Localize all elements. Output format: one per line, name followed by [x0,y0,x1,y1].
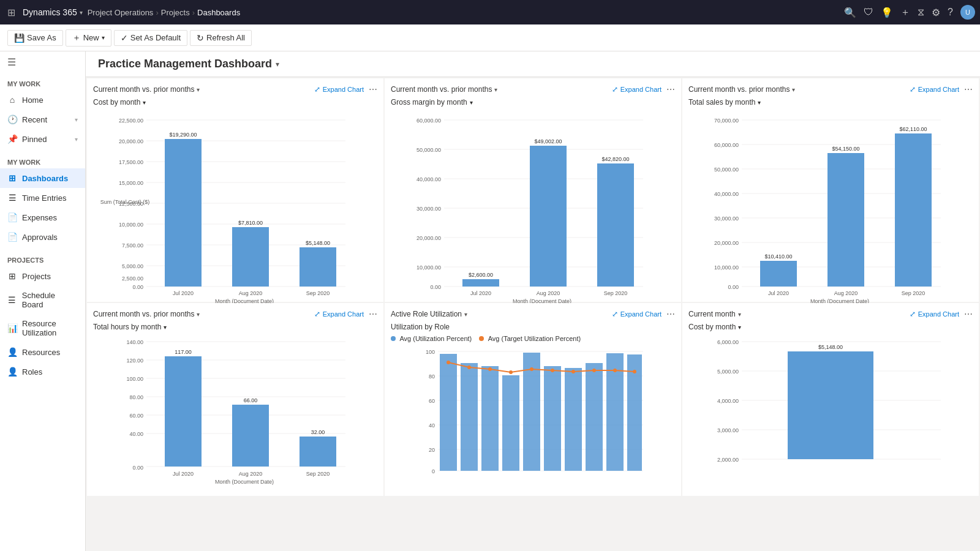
shield-icon[interactable]: 🛡 [864,7,873,18]
settings-icon[interactable]: ⚙ [932,7,940,18]
expand-button-5[interactable]: ⤢ Expand Chart [612,310,662,318]
svg-point-131 [551,369,554,372]
legend-target: Avg (Target Utilization Percent) [479,335,581,342]
svg-text:20,000.00: 20,000.00 [119,138,143,144]
svg-text:120.00: 120.00 [126,358,143,364]
sidebar-item-resources[interactable]: 👤 Resources [0,342,85,362]
svg-text:20,000.00: 20,000.00 [417,235,441,241]
sidebar-item-expenses[interactable]: 📄 Expenses [0,208,85,227]
svg-text:80: 80 [429,373,435,380]
svg-text:$62,110.00: $62,110.00 [899,126,927,132]
chart-actions-2: ⤢ Expand Chart ⋯ [612,84,675,94]
chart-card-2: Current month vs. prior months ▾ ⤢ Expan… [385,78,681,302]
expand-button-1[interactable]: ⤢ Expand Chart [314,85,364,94]
chart-filter-1[interactable]: Current month vs. prior months ▾ [93,85,200,94]
expand-button-6[interactable]: ⤢ Expand Chart [910,310,959,318]
svg-text:2,500.00: 2,500.00 [122,276,143,282]
more-button-1[interactable]: ⋯ [369,84,377,94]
svg-text:$7,810.00: $7,810.00 [238,220,263,226]
chart-filter-4[interactable]: Current month vs. prior months ▾ [93,310,200,318]
chart-filter-5[interactable]: Active Role Utilization ▾ [391,310,467,318]
chart-header-3: Current month vs. prior months ▾ ⤢ Expan… [688,84,973,94]
chart-filter-3[interactable]: Current month vs. prior months ▾ [688,85,795,94]
chart-subtitle-1[interactable]: Cost by month ▾ [93,98,377,107]
plus-icon[interactable]: ＋ [900,6,910,19]
sidebar-item-home[interactable]: ⌂ Home [0,90,85,110]
svg-text:2,000.00: 2,000.00 [717,457,739,463]
search-icon[interactable]: 🔍 [844,7,856,18]
svg-text:Aug 2020: Aug 2020 [239,290,263,296]
svg-text:0.00: 0.00 [132,284,143,290]
help-icon[interactable]: ? [948,7,953,18]
refresh-icon: ↻ [197,33,204,43]
sidebar-item-resource-utilization[interactable]: 📊 Resource Utilization [0,314,85,342]
sidebar-item-pinned[interactable]: 📌 Pinned ▾ [0,129,85,149]
chart-card-5: Active Role Utilization ▾ ⤢ Expand Chart… [385,303,681,496]
sidebar-toggle[interactable]: ☰ [0,51,85,73]
svg-rect-23 [300,247,336,287]
chart-subtitle-4[interactable]: Total hours by month ▾ [93,323,377,331]
app-grid-icon[interactable]: ⊞ [5,4,18,21]
svg-text:0.00: 0.00 [728,284,739,290]
svg-text:6,000.00: 6,000.00 [717,339,739,345]
svg-text:10,000.00: 10,000.00 [119,222,143,228]
chart-filter-2[interactable]: Current month vs. prior months ▾ [391,85,497,94]
svg-text:20,000.00: 20,000.00 [714,240,739,246]
more-button-3[interactable]: ⋯ [964,84,973,94]
svg-rect-21 [232,227,269,287]
sidebar-item-dashboards[interactable]: ⊞ Dashboards [0,168,85,188]
sidebar-item-recent[interactable]: 🕐 Recent ▾ [0,110,85,129]
more-button-4[interactable]: ⋯ [369,309,377,319]
more-button-6[interactable]: ⋯ [964,309,973,319]
more-button-5[interactable]: ⋯ [666,309,675,319]
svg-text:Sep 2020: Sep 2020 [604,290,628,296]
subtitle-chevron-4: ▾ [164,324,167,331]
expand-icon-6: ⤢ [910,310,916,318]
expand-button-3[interactable]: ⤢ Expand Chart [910,85,959,94]
svg-text:17,500.00: 17,500.00 [119,159,143,165]
charts-grid: Current month vs. prior months ▾ ⤢ Expan… [86,77,980,497]
chart-subtitle-5[interactable]: Utilization by Role [391,323,675,331]
svg-text:40: 40 [429,422,435,429]
new-button[interactable]: ＋ New ▾ [66,29,111,47]
chart-subtitle-2[interactable]: Gross margin by month ▾ [391,98,675,107]
set-default-button[interactable]: ✓ Set As Default [114,30,187,46]
sidebar-item-approvals[interactable]: 📄 Approvals [0,227,85,247]
chart-subtitle-6[interactable]: Cost by month ▾ [688,323,973,331]
svg-rect-118 [481,366,499,471]
more-button-2[interactable]: ⋯ [666,84,675,94]
svg-point-133 [592,369,596,372]
expand-button-2[interactable]: ⤢ Expand Chart [612,85,662,94]
chart-header-5: Active Role Utilization ▾ ⤢ Expand Chart… [391,309,675,319]
app-name[interactable]: Dynamics 365 ▾ [23,7,83,17]
filter-chevron-1: ▾ [197,86,200,93]
chart-filter-6[interactable]: Current month ▾ [688,310,741,318]
svg-point-126 [447,361,450,364]
user-avatar[interactable]: U [960,5,975,20]
chart-header-6: Current month ▾ ⤢ Expand Chart ⋯ [688,309,973,319]
svg-text:66.00: 66.00 [244,397,258,403]
expand-icon-1: ⤢ [314,85,320,94]
legend-utilization: Avg (Utilization Percent) [391,335,472,342]
expand-button-4[interactable]: ⤢ Expand Chart [314,310,364,318]
chart-actions-4: ⤢ Expand Chart ⋯ [314,309,377,319]
filter-icon[interactable]: ⧖ [918,7,924,18]
svg-text:50,000.00: 50,000.00 [417,147,441,153]
chart-subtitle-3[interactable]: Total sales by month ▾ [688,98,973,107]
sidebar-item-time-entries[interactable]: ☰ Time Entries [0,188,85,208]
svg-text:$19,290.00: $19,290.00 [169,132,197,138]
recent-icon: 🕐 [7,114,17,124]
sidebar-item-projects[interactable]: ⊞ Projects [0,266,85,286]
svg-text:$10,410.00: $10,410.00 [764,253,792,260]
svg-rect-44 [462,279,499,287]
svg-rect-72 [827,153,864,287]
svg-text:100.00: 100.00 [126,376,143,382]
save-as-button[interactable]: 💾 Save As [7,30,63,46]
sidebar-item-roles[interactable]: 👤 Roles [0,362,85,381]
dashboard-chevron-icon[interactable]: ▾ [276,60,279,69]
lightbulb-icon[interactable]: 💡 [881,7,893,18]
svg-point-130 [530,367,533,371]
sidebar-item-schedule-board[interactable]: ☰ Schedule Board [0,286,85,314]
svg-text:32.00: 32.00 [311,429,325,435]
refresh-button[interactable]: ↻ Refresh All [190,30,252,46]
